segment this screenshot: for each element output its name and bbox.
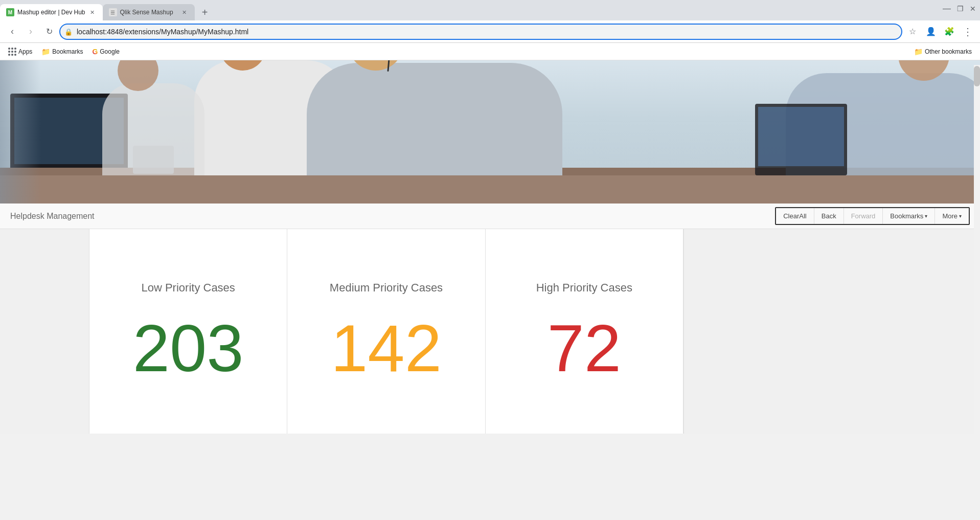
menu-icon[interactable]: ⋮ [960, 24, 976, 40]
maximize-button[interactable]: ❐ [957, 5, 964, 13]
more-button-label: More [942, 212, 958, 220]
tab-inactive[interactable]: ☰ Qlik Sense Mashup ✕ [103, 4, 195, 20]
address-bar-row: ‹ › ↻ 🔒 ☆ 👤 🧩 ⋮ [0, 20, 980, 43]
extensions-icon[interactable]: 🧩 [941, 24, 958, 40]
close-button[interactable]: ✕ [970, 5, 976, 13]
lock-icon: 🔒 [64, 28, 73, 35]
browser-chrome: M Mashup editor | Dev Hub ✕ ☰ Qlik Sense… [0, 0, 980, 60]
tab-favicon-2: ☰ [109, 8, 117, 16]
kpi-value-low: 203 [133, 315, 244, 381]
toolbar-actions: ClearAll Back Forward Bookmarks ▾ More ▾… [775, 207, 970, 225]
forward-button[interactable]: Forward [844, 208, 883, 224]
kpi-value-medium: 142 [331, 315, 442, 381]
tab-bar: M Mashup editor | Dev Hub ✕ ☰ Qlik Sense… [0, 0, 980, 20]
tab-active[interactable]: M Mashup editor | Dev Hub ✕ [0, 4, 103, 20]
other-bookmarks-folder-icon: 📁 [914, 48, 923, 56]
bookmark-bookmarks[interactable]: 📁 Bookmarks [37, 46, 87, 58]
scrollbar-thumb[interactable] [974, 66, 980, 86]
hero-image [0, 60, 980, 204]
other-bookmarks[interactable]: 📁 Other bookmarks [910, 46, 976, 58]
address-input[interactable] [59, 24, 902, 40]
apps-grid-icon [8, 48, 15, 56]
tab-title-2: Qlik Sense Mashup [120, 9, 177, 16]
page-content: Helpdesk Management ClearAll Back Forwar… [0, 60, 980, 434]
kpi-card-high: High Priority Cases 72 [486, 229, 683, 434]
clear-all-button[interactable]: ClearAll [776, 208, 814, 224]
bookmarks-button[interactable]: Bookmarks ▾ [883, 208, 935, 224]
back-navigation-button[interactable]: ‹ [4, 24, 20, 40]
bookmark-apps[interactable]: Apps [4, 46, 36, 58]
bookmarks-dropdown-arrow: ▾ [925, 213, 927, 219]
tab-close-1[interactable]: ✕ [88, 8, 97, 16]
kpi-value-high: 72 [548, 315, 622, 381]
kpi-label-low: Low Priority Cases [141, 281, 235, 295]
kpi-label-medium: Medium Priority Cases [330, 281, 443, 295]
apps-label: Apps [18, 48, 32, 55]
star-icon[interactable]: ☆ [904, 24, 921, 40]
profile-icon[interactable]: 👤 [923, 24, 939, 40]
scrollbar[interactable] [974, 65, 980, 520]
bookmarks-button-label: Bookmarks [890, 212, 923, 220]
more-button[interactable]: More ▾ [935, 208, 969, 224]
kpi-card-low: Low Priority Cases 203 [89, 229, 287, 434]
bookmarks-folder-icon: 📁 [41, 48, 50, 56]
kpi-left-spacer [0, 229, 89, 434]
page-title: Helpdesk Management [10, 212, 775, 221]
back-button[interactable]: Back [814, 208, 844, 224]
bookmarks-bar: Apps 📁 Bookmarks G Google 📁 Other bookma… [0, 43, 980, 60]
minimize-button[interactable]: — [943, 4, 951, 13]
kpi-right-spacer [683, 229, 980, 434]
more-dropdown-arrow: ▾ [959, 213, 962, 219]
toolbar-row: Helpdesk Management ClearAll Back Forwar… [0, 204, 980, 229]
kpi-card-medium: Medium Priority Cases 142 [287, 229, 485, 434]
bookmark-google[interactable]: G Google [88, 46, 124, 58]
google-label: Google [100, 48, 120, 55]
new-tab-button[interactable]: + [197, 4, 213, 20]
other-bookmarks-label: Other bookmarks [925, 48, 972, 55]
reload-button[interactable]: ↻ [41, 24, 57, 40]
kpi-label-high: High Priority Cases [536, 281, 632, 295]
google-icon: G [92, 48, 98, 56]
forward-navigation-button[interactable]: › [22, 24, 39, 40]
tab-favicon-1: M [6, 8, 14, 16]
tab-close-2[interactable]: ✕ [180, 8, 189, 16]
kpi-area: Low Priority Cases 203 Medium Priority C… [0, 229, 980, 434]
bookmarks-label: Bookmarks [52, 48, 83, 55]
tab-title-1: Mashup editor | Dev Hub [17, 9, 85, 16]
